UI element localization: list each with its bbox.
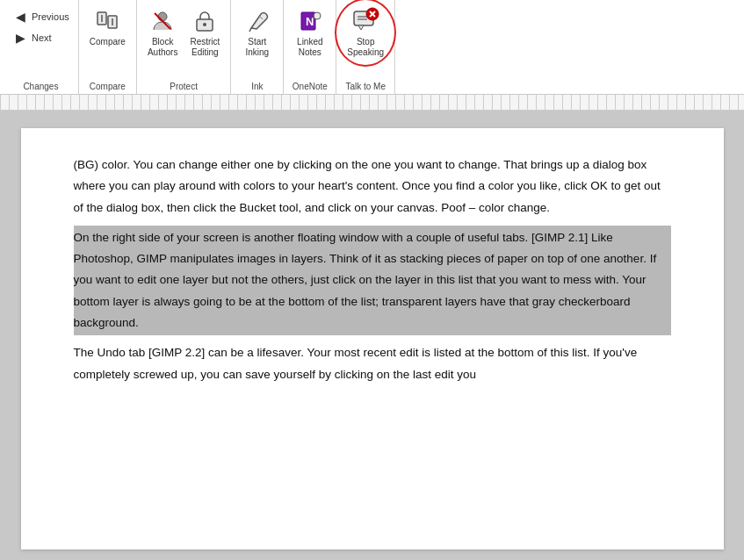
ruler: [0, 95, 744, 111]
onenote-group-label: OneNote: [284, 82, 336, 91]
compare-group: Compare Compare: [79, 0, 137, 94]
paragraph-2-highlighted: On the right side of your screen is anot…: [74, 226, 671, 335]
svg-point-4: [158, 12, 167, 21]
paragraph-3: The Undo tab [GIMP 2.2] can be a lifesav…: [74, 342, 671, 385]
compare-label: Compare: [90, 37, 126, 47]
document-area: (BG) color. You can change either one by…: [0, 111, 744, 560]
svg-point-11: [314, 12, 321, 19]
ink-group-label: Ink: [231, 82, 283, 91]
previous-label: Previous: [32, 11, 69, 22]
talk-to-me-group: StopSpeaking Talk to Me: [336, 0, 395, 94]
talk-items: StopSpeaking: [342, 4, 389, 92]
stop-speaking-button[interactable]: StopSpeaking: [342, 4, 389, 61]
svg-line-8: [249, 28, 251, 32]
svg-marker-14: [358, 25, 364, 30]
linked-notes-label: LinkedNotes: [297, 37, 322, 58]
start-inking-icon: [243, 7, 271, 35]
previous-icon: ◀: [12, 9, 28, 25]
stop-speaking-label: StopSpeaking: [347, 37, 384, 58]
protect-group-label: Protect: [137, 82, 230, 91]
onenote-items: N LinkedNotes: [291, 4, 329, 92]
block-authors-icon: [148, 7, 177, 35]
linked-notes-icon: N: [296, 7, 324, 35]
next-button[interactable]: ▶ Next: [9, 28, 73, 47]
paragraph-1: (BG) color. You can change either one by…: [74, 154, 671, 219]
page: (BG) color. You can change either one by…: [21, 128, 724, 549]
onenote-group: N LinkedNotes OneNote: [284, 0, 336, 94]
talk-to-me-group-label: Talk to Me: [336, 82, 394, 91]
compare-items: Compare: [84, 4, 131, 92]
highlighted-text: On the right side of your screen is anot…: [74, 226, 671, 335]
block-authors-button[interactable]: BlockAuthors: [142, 4, 183, 61]
stop-speaking-icon: [351, 7, 379, 35]
restrict-editing-icon: [191, 7, 219, 35]
protect-group: BlockAuthors RestrictEditing Protect: [137, 0, 231, 94]
start-inking-label: StartInking: [245, 37, 269, 58]
ink-items: StartInking: [238, 4, 277, 92]
next-label: Next: [32, 32, 52, 43]
compare-icon: [93, 7, 121, 35]
protect-items: BlockAuthors RestrictEditing: [142, 4, 225, 92]
linked-notes-button[interactable]: N LinkedNotes: [291, 4, 329, 61]
next-icon: ▶: [12, 30, 28, 46]
previous-button[interactable]: ◀ Previous: [9, 7, 73, 26]
ink-group: StartInking Ink: [231, 0, 284, 94]
ruler-inner: [0, 95, 744, 110]
block-authors-label: BlockAuthors: [148, 37, 177, 58]
changes-group-label: Changes: [4, 82, 78, 91]
changes-group: ◀ Previous ▶ Next Changes: [4, 0, 79, 94]
svg-point-7: [203, 23, 206, 26]
restrict-editing-button[interactable]: RestrictEditing: [184, 4, 225, 61]
compare-button[interactable]: Compare: [84, 4, 131, 51]
restrict-editing-label: RestrictEditing: [190, 37, 220, 58]
nav-buttons: ◀ Previous ▶ Next: [9, 4, 73, 47]
start-inking-button[interactable]: StartInking: [238, 4, 277, 61]
ribbon: ◀ Previous ▶ Next Changes: [0, 0, 744, 95]
compare-group-label: Compare: [79, 82, 136, 91]
